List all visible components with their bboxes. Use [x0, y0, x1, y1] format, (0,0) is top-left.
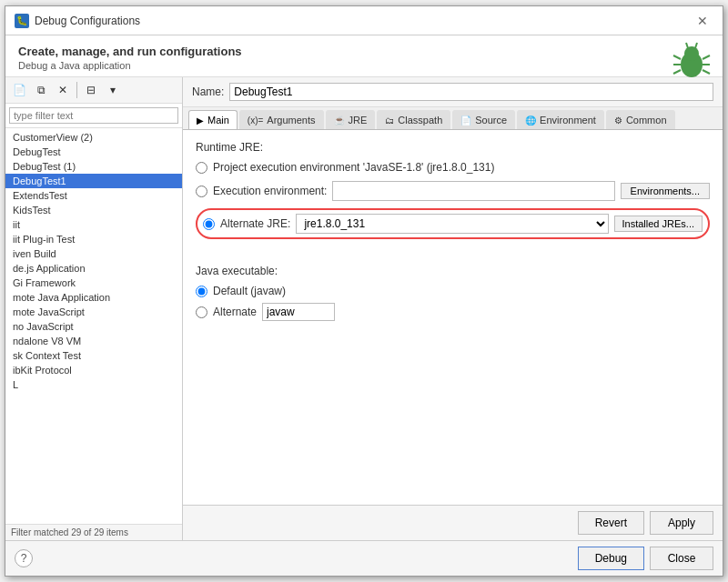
project-env-label: Project execution environment 'JavaSE-1.…: [213, 161, 494, 174]
tab-icon-classpath: 🗂: [385, 115, 394, 125]
delete-config-button[interactable]: ✕: [53, 80, 73, 100]
tree-item[interactable]: ndalone V8 VM: [5, 334, 182, 348]
bug-decoration: [670, 39, 713, 85]
footer-bar: ? Debug Close: [5, 540, 723, 576]
execution-env-row: Execution environment: Environments...: [196, 181, 710, 201]
filter-box: [5, 104, 182, 128]
action-buttons: Revert Apply: [578, 511, 713, 535]
tab-source[interactable]: 📄Source: [452, 110, 515, 129]
alternate-jre-label: Alternate JRE:: [220, 217, 290, 230]
tab-jre[interactable]: ☕JRE: [326, 110, 376, 129]
tab-arguments[interactable]: (x)=Arguments: [239, 110, 324, 129]
collapse-button[interactable]: ⊟: [81, 80, 101, 100]
header-subtitle: Debug a Java application: [18, 60, 710, 71]
java-exec-title: Java executable:: [196, 265, 710, 277]
alternate-exec-row: Alternate: [196, 303, 710, 321]
footer-buttons: Debug Close: [578, 547, 713, 570]
debug-icon: 🐛: [15, 14, 29, 28]
dropdown-button[interactable]: ▾: [103, 80, 123, 100]
tree-item[interactable]: L: [5, 377, 182, 392]
alternate-exec-radio[interactable]: [196, 306, 207, 318]
alternate-jre-row: Alternate JRE: jre1.8.0_131 Installed JR…: [196, 208, 710, 239]
project-env-row: Project execution environment 'JavaSE-1.…: [196, 161, 710, 174]
svg-line-5: [703, 55, 710, 59]
tab-classpath[interactable]: 🗂Classpath: [377, 110, 450, 129]
tab-icon-arguments: (x)=: [248, 115, 264, 125]
tab-environment[interactable]: 🌐Environment: [517, 110, 604, 129]
tabs-bar: ▶Main(x)=Arguments☕JRE🗂Classpath📄Source🌐…: [183, 107, 723, 130]
tab-common[interactable]: ⚙Common: [606, 110, 675, 129]
help-button[interactable]: ?: [15, 549, 33, 567]
name-row: Name:: [183, 77, 723, 107]
tab-label-source: Source: [475, 115, 507, 125]
apply-button[interactable]: Apply: [650, 511, 713, 535]
svg-line-8: [686, 43, 688, 48]
jre-radio-group: Project execution environment 'JavaSE-1.…: [196, 161, 710, 252]
execution-env-radio[interactable]: [196, 186, 207, 197]
header-title: Create, manage, and run configurations: [18, 45, 710, 58]
runtime-jre-title: Runtime JRE:: [196, 141, 710, 154]
close-button[interactable]: Close: [650, 547, 713, 570]
filter-input[interactable]: [9, 107, 178, 124]
name-input[interactable]: [229, 83, 713, 101]
tree-item[interactable]: DebugTest (1): [5, 159, 182, 174]
svg-line-4: [673, 70, 681, 74]
tab-icon-source: 📄: [460, 115, 471, 125]
tree-item[interactable]: sk Context Test: [5, 348, 182, 363]
execution-env-input[interactable]: [332, 181, 614, 201]
tree-item[interactable]: mote Java Application: [5, 290, 182, 305]
execution-env-label: Execution environment:: [213, 185, 327, 197]
svg-line-9: [695, 43, 697, 48]
tab-label-arguments: Arguments: [267, 115, 315, 125]
tab-icon-jre: ☕: [334, 115, 345, 125]
jre-select[interactable]: jre1.8.0_131: [296, 214, 608, 234]
tree-item[interactable]: mote JavaScript: [5, 305, 182, 319]
new-config-button[interactable]: 📄: [9, 80, 29, 100]
tab-icon-common: ⚙: [614, 115, 622, 125]
filter-status: Filter matched 29 of 29 items: [5, 524, 182, 540]
tree-item[interactable]: DebugTest1: [5, 174, 182, 188]
tree-item[interactable]: no JavaScript: [5, 319, 182, 334]
project-env-radio[interactable]: [196, 162, 207, 174]
bug-icon: [670, 39, 713, 83]
tree-item[interactable]: iit: [5, 217, 182, 232]
tab-main[interactable]: ▶Main: [188, 110, 238, 129]
environments-button[interactable]: Environments...: [621, 183, 710, 199]
revert-button[interactable]: Revert: [578, 511, 644, 535]
installed-jres-button[interactable]: Installed JREs...: [614, 216, 703, 232]
tree-item[interactable]: de.js Application: [5, 261, 182, 276]
tab-label-main: Main: [207, 115, 229, 125]
tree-item[interactable]: Gi Framework: [5, 276, 182, 290]
alternate-exec-label: Alternate: [213, 306, 257, 318]
debug-button[interactable]: Debug: [578, 547, 644, 570]
exec-radio-group: Default (javaw) Alternate: [196, 285, 710, 321]
tree-list: CustomerView (2)DebugTestDebugTest (1)De…: [5, 128, 182, 524]
alternate-jre-radio[interactable]: [203, 218, 215, 230]
tree-item[interactable]: ibKit Protocol: [5, 363, 182, 377]
java-exec-section: Java executable: Default (javaw) Alterna…: [196, 265, 710, 321]
close-window-button[interactable]: ✕: [692, 12, 713, 30]
tree-item[interactable]: CustomerView (2): [5, 130, 182, 145]
default-exec-row: Default (javaw): [196, 285, 710, 297]
tree-item[interactable]: DebugTest: [5, 145, 182, 159]
alternate-exec-input[interactable]: [262, 303, 335, 321]
dialog-title: Debug Configurations: [35, 15, 140, 27]
main-content: 📄 ⧉ ✕ ⊟ ▾ CustomerView (2)DebugTestDebug…: [5, 77, 723, 540]
header-section: Create, manage, and run configurations D…: [5, 35, 723, 77]
copy-config-button[interactable]: ⧉: [31, 80, 51, 100]
title-bar-left: 🐛 Debug Configurations: [15, 14, 140, 28]
action-bar: Revert Apply: [183, 505, 723, 540]
tree-item[interactable]: iit Plug-in Test: [5, 232, 182, 246]
debug-configurations-dialog: 🐛 Debug Configurations ✕ Create, manage,…: [5, 5, 723, 577]
tree-item[interactable]: KidsTest: [5, 203, 182, 217]
tab-label-environment: Environment: [540, 115, 596, 125]
toolbar: 📄 ⧉ ✕ ⊟ ▾: [5, 77, 182, 104]
default-exec-label: Default (javaw): [213, 285, 286, 297]
tree-item[interactable]: iven Build: [5, 246, 182, 261]
tree-item[interactable]: ExtendsTest: [5, 188, 182, 203]
title-bar: 🐛 Debug Configurations ✕: [5, 6, 723, 35]
right-panel: Name: ▶Main(x)=Arguments☕JRE🗂Classpath📄S…: [183, 77, 723, 540]
content-area: Runtime JRE: Project execution environme…: [183, 130, 723, 505]
default-exec-radio[interactable]: [196, 286, 207, 297]
svg-line-2: [673, 55, 681, 59]
